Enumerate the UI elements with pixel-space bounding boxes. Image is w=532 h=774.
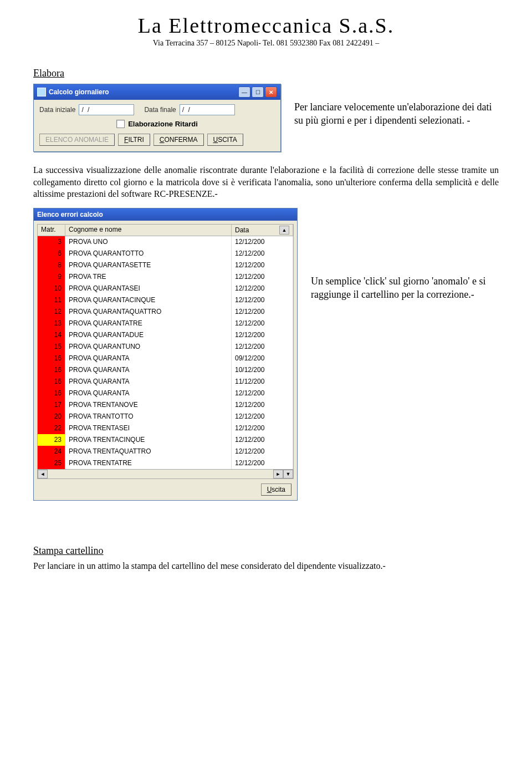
cell-nome: PROVA TRENTAQUATTRO [65,446,232,457]
cell-nome: PROVA QUARANTATRE [65,318,232,329]
cell-nome: PROVA QUARANTA [65,376,232,388]
cell-nome: PROVA TRENTACINQUE [65,434,232,446]
close-button[interactable]: ✕ [265,86,277,98]
cell-data: 12/12/200 [232,283,293,294]
table-row[interactable]: 8PROVA QUARANTASETTE12/12/200 [38,259,293,271]
grid-header: Matr. Cognome e nome Data ▲ [37,224,294,236]
minimize-button[interactable]: — [238,86,250,98]
table-row[interactable]: 23PROVA TRENTACINQUE12/12/200 [38,434,293,446]
table-row[interactable]: 16PROVA QUARANTA09/12/200 [38,353,293,364]
table-row[interactable]: 16PROVA QUARANTA11/12/200 [38,376,293,388]
col-matr[interactable]: Matr. [38,225,65,236]
input-data-iniziale[interactable]: / / [79,104,134,115]
col-nome[interactable]: Cognome e nome [65,225,232,236]
cell-matr: 16 [38,353,65,364]
scroll-down-button[interactable]: ▼ [283,470,293,478]
cell-matr: 16 [38,376,65,388]
cell-nome: PROVA QUARANTA [65,353,232,364]
dialog-title: Calcolo giornaliero [49,88,109,96]
cell-matr: 8 [38,259,65,271]
cell-nome: PROVA TRENTASEI [65,422,232,434]
cell-data: 12/12/200 [232,329,293,341]
cell-data: 10/12/200 [232,364,293,376]
cell-nome: PROVA QUARANTAQUATTRO [65,306,232,318]
table-row[interactable]: 11PROVA QUARANTACINQUE12/12/200 [38,294,293,306]
horizontal-scrollbar[interactable]: ◄ ► ▼ [37,470,294,479]
cell-matr: 23 [38,434,65,446]
cell-data: 12/12/200 [232,259,293,271]
cell-nome: PROVA QUARANTA [65,388,232,399]
cell-data: 09/12/200 [232,353,293,364]
cell-nome: PROVA TRE [65,271,232,283]
cell-matr: 6 [38,248,65,259]
cell-matr: 11 [38,294,65,306]
table-row[interactable]: 16PROVA QUARANTA12/12/200 [38,388,293,399]
scroll-up-button[interactable]: ▲ [279,226,289,235]
dialog-errori-title: Elenco errori calcolo [34,208,297,221]
cell-data: 12/12/200 [232,446,293,457]
middle-paragraph: La successiva visualizzazione delle anom… [33,164,499,200]
table-row[interactable]: 6PROVA QUARANTOTTO12/12/200 [38,248,293,259]
stampa-paragraph: Per lanciare in un attimo la stampa del … [33,561,499,571]
table-row[interactable]: 20PROVA TRANTOTTO12/12/200 [38,411,293,422]
cell-data: 12/12/200 [232,422,293,434]
cell-matr: 17 [38,399,65,411]
table-row[interactable]: 9PROVA TRE12/12/200 [38,271,293,283]
cell-matr: 13 [38,318,65,329]
col-data[interactable]: Data ▲ [232,225,293,236]
cell-matr: 16 [38,364,65,376]
cell-data: 12/12/200 [232,457,293,469]
table-row[interactable]: 13PROVA QUARANTATRE12/12/200 [38,318,293,329]
label-data-iniziale: Data iniziale [39,106,75,114]
cell-data: 12/12/200 [232,306,293,318]
btn-elenco-anomalie[interactable]: ELENCO ANOMALIE [39,134,115,146]
btn-filtri[interactable]: FILTRI [118,134,150,146]
cell-data: 12/12/200 [232,434,293,446]
table-row[interactable]: 14PROVA QUARANTADUE12/12/200 [38,329,293,341]
scroll-right-button[interactable]: ► [273,470,283,478]
cell-nome: PROVA TRENTATRE [65,457,232,469]
scroll-left-button[interactable]: ◄ [38,470,48,478]
cell-data: 12/12/200 [232,248,293,259]
cell-data: 12/12/200 [232,294,293,306]
elabora-side-text: Per lanciare velocemente un'elaborazione… [294,84,499,128]
cell-nome: PROVA TRENTANOVE [65,399,232,411]
table-row[interactable]: 10PROVA QUARANTASEI12/12/200 [38,283,293,294]
table-row[interactable]: 17PROVA TRENTANOVE12/12/200 [38,399,293,411]
table-row[interactable]: 24PROVA TRENTAQUATTRO12/12/200 [38,446,293,457]
input-data-finale[interactable]: / / [180,104,235,115]
cell-data: 12/12/200 [232,411,293,422]
table-row[interactable]: 12PROVA QUARANTAQUATTRO12/12/200 [38,306,293,318]
cell-nome: PROVA QUARANTUNO [65,341,232,353]
cell-matr: 22 [38,422,65,434]
dialog-elenco-errori: Elenco errori calcolo Matr. Cognome e no… [33,208,298,501]
cell-matr: 24 [38,446,65,457]
cell-nome: PROVA UNO [65,236,232,248]
table-row[interactable]: 16PROVA QUARANTA10/12/200 [38,364,293,376]
cell-data: 12/12/200 [232,341,293,353]
cell-data: 12/12/200 [232,399,293,411]
maximize-button[interactable]: ☐ [252,86,264,98]
cell-data: 12/12/200 [232,236,293,248]
checkbox-elaborazione-ritardi[interactable] [116,120,125,128]
btn-uscita[interactable]: USCITA [207,134,243,146]
company-address: Via Terracina 357 – 80125 Napoli- Tel. 0… [33,39,499,48]
table-row[interactable]: 25PROVA TRENTATRE12/12/200 [38,457,293,469]
app-icon [37,88,46,96]
btn-uscita-errori[interactable]: Uscita [261,483,291,496]
table-row[interactable]: 15PROVA QUARANTUNO12/12/200 [38,341,293,353]
cell-data: 12/12/200 [232,388,293,399]
cell-matr: 9 [38,271,65,283]
cell-data: 12/12/200 [232,318,293,329]
cell-matr: 10 [38,283,65,294]
cell-nome: PROVA QUARANTA [65,364,232,376]
cell-matr: 14 [38,329,65,341]
table-row[interactable]: 22PROVA TRENTASEI12/12/200 [38,422,293,434]
btn-conferma[interactable]: CONFERMA [154,134,204,146]
table-row[interactable]: 3PROVA UNO12/12/200 [38,236,293,248]
errors-side-text: Un semplice 'click' sul giorno 'anomalo'… [311,208,499,302]
cell-matr: 12 [38,306,65,318]
label-data-finale: Data finale [144,106,176,114]
cell-matr: 16 [38,388,65,399]
cell-nome: PROVA QUARANTOTTO [65,248,232,259]
